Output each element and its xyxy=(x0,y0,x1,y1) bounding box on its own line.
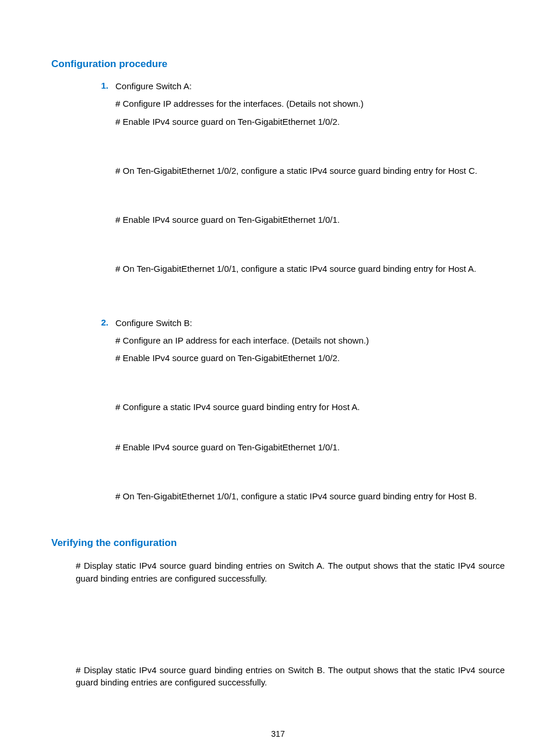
spacer xyxy=(115,134,505,165)
command-line: # On Ten-GigabitEthernet 1/0/2, configur… xyxy=(115,165,505,177)
section-heading-verify: Verifying the configuration xyxy=(51,537,505,549)
command-line: # Enable IPv4 source guard on Ten-Gigabi… xyxy=(115,442,505,453)
spacer xyxy=(115,459,505,491)
spacer xyxy=(115,281,505,313)
step-number: 1. xyxy=(91,80,108,90)
command-line: # Configure IP addresses for the interfa… xyxy=(115,98,505,110)
page-number: 317 xyxy=(0,729,556,738)
section-heading-configuration: Configuration procedure xyxy=(51,58,505,70)
step-number: 2. xyxy=(91,317,108,327)
step-1: 1. Configure Switch A: # Configure IP ad… xyxy=(91,80,505,313)
spacer xyxy=(115,370,505,401)
command-line: # Configure an IP address for each inter… xyxy=(115,335,505,346)
spacer xyxy=(115,183,505,214)
command-line: # Configure a static IPv4 source guard b… xyxy=(115,401,505,413)
command-line: # On Ten-GigabitEthernet 1/0/1, configur… xyxy=(115,491,505,502)
step-body: Configure Switch A: # Configure IP addre… xyxy=(115,80,505,313)
command-line: # On Ten-GigabitEthernet 1/0/1, configur… xyxy=(115,263,505,275)
step-title: Configure Switch A: xyxy=(115,80,505,92)
spacer xyxy=(51,591,505,655)
command-line: # Enable IPv4 source guard on Ten-Gigabi… xyxy=(115,352,505,364)
spacer xyxy=(115,419,505,442)
paragraph: # Display static IPv4 source guard bindi… xyxy=(76,664,505,690)
spacer xyxy=(115,232,505,263)
step-body: Configure Switch B: # Configure an IP ad… xyxy=(115,317,505,503)
page: Configuration procedure 1. Configure Swi… xyxy=(0,0,556,756)
step-2: 2. Configure Switch B: # Configure an IP… xyxy=(91,317,505,503)
command-line: # Enable IPv4 source guard on Ten-Gigabi… xyxy=(115,116,505,128)
paragraph: # Display static IPv4 source guard bindi… xyxy=(76,559,505,585)
step-title: Configure Switch B: xyxy=(115,317,505,329)
command-line: # Enable IPv4 source guard on Ten-Gigabi… xyxy=(115,214,505,226)
